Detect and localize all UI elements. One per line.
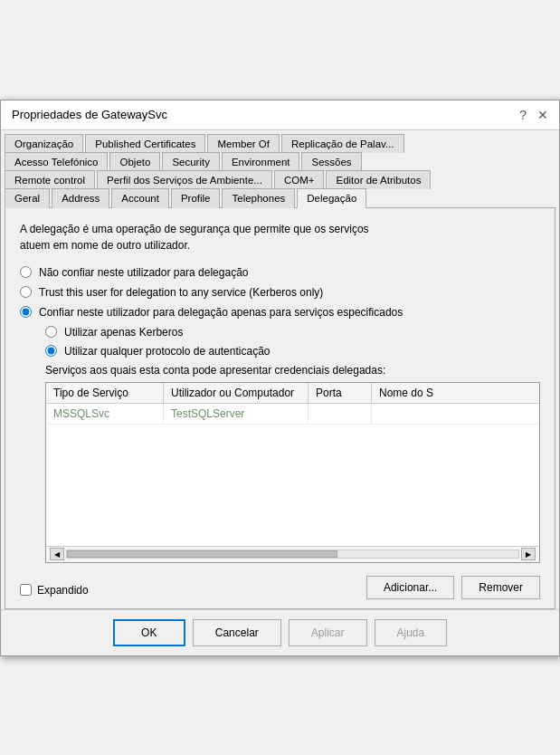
radio-nao-confiar-input[interactable]	[20, 266, 32, 278]
tab-row-2: Acesso Telefónico Objeto Security Enviro…	[5, 152, 555, 170]
tab-remote-control[interactable]: Remote control	[5, 170, 95, 189]
table-body[interactable]: MSSQLSvc TestSQLServer	[46, 404, 539, 546]
radio-kerberos-only-label: Utilizar apenas Kerberos	[64, 326, 183, 339]
th-tipo-servico: Tipo de Serviço	[46, 383, 164, 403]
expandido-label: Expandido	[37, 584, 89, 597]
radio-trust-any[interactable]: Trust this user for delegation to any se…	[20, 286, 540, 299]
table-row[interactable]: MSSQLSvc TestSQLServer	[46, 404, 539, 425]
cancelar-button[interactable]: Cancelar	[193, 619, 281, 646]
tab-row-3: Remote control Perfil dos Serviços de Am…	[5, 170, 555, 188]
radio-nao-confiar-label: Não confiar neste utilizador para delega…	[39, 266, 248, 279]
scroll-thumb[interactable]	[67, 550, 337, 558]
expandido-checkbox[interactable]	[20, 584, 32, 596]
ajuda-button[interactable]: Ajuda	[375, 619, 448, 646]
th-porta: Porta	[308, 383, 372, 403]
action-buttons: Adicionar... Remover	[366, 576, 540, 599]
radio-qualquer-protocolo[interactable]: Utilizar qualquer protocolo de autentica…	[45, 345, 540, 358]
adicionar-button[interactable]: Adicionar...	[366, 576, 454, 599]
radio-confiar-especificados[interactable]: Confiar neste utilizador para delegação …	[20, 306, 540, 319]
aplicar-button[interactable]: Aplicar	[289, 619, 367, 646]
tab-security[interactable]: Security	[162, 152, 220, 171]
radio-nao-confiar[interactable]: Não confiar neste utilizador para delega…	[20, 266, 540, 279]
scroll-track[interactable]	[66, 550, 519, 559]
table-header: Tipo de Serviço Utilizador ou Computador…	[46, 383, 539, 404]
services-table: Tipo de Serviço Utilizador ou Computador…	[45, 382, 540, 563]
th-utilizador: Utilizador ou Computador	[164, 383, 308, 403]
tab-com[interactable]: COM+	[274, 170, 325, 189]
tab-sessoes[interactable]: Sessões	[301, 152, 361, 171]
tab-member-of[interactable]: Member Of	[207, 134, 280, 153]
tab-account[interactable]: Account	[111, 188, 169, 208]
radio-confiar-especificados-label: Confiar neste utilizador para delegação …	[39, 306, 403, 319]
tab-telephones[interactable]: Telephones	[222, 188, 295, 208]
tab-acesso-telefonico[interactable]: Acesso Telefónico	[5, 152, 108, 171]
tab-delegacao[interactable]: Delegação	[297, 188, 366, 208]
horizontal-scrollbar[interactable]: ◀ ▶	[46, 546, 539, 562]
tab-replicacao[interactable]: Replicação de Palav...	[281, 134, 404, 153]
td-service-type: MSSQLSvc	[46, 404, 164, 424]
tab-perfil-servicos[interactable]: Perfil dos Serviços de Ambiente...	[97, 170, 272, 189]
td-name	[372, 404, 539, 424]
radio-trust-any-label: Trust this user for delegation to any se…	[39, 286, 323, 299]
tab-row-4: Geral Address Account Profile Telephones…	[5, 188, 555, 207]
radio-qualquer-protocolo-label: Utilizar qualquer protocolo de autentica…	[64, 345, 270, 358]
content-area: A delegação é uma operação de segurança …	[5, 208, 555, 609]
tab-geral[interactable]: Geral	[5, 188, 50, 208]
footer-buttons: OK Cancelar Aplicar Ajuda	[1, 609, 559, 655]
td-port	[308, 404, 372, 424]
td-computer: TestSQLServer	[164, 404, 308, 424]
tab-published-certificates[interactable]: Published Certificates	[85, 134, 205, 153]
title-bar: Propriedades de GatewaySvc ? ✕	[1, 100, 559, 130]
tab-profile[interactable]: Profile	[171, 188, 221, 208]
services-label: Serviços aos quais esta conta pode apres…	[45, 364, 540, 377]
window-title: Propriedades de GatewaySvc	[12, 108, 167, 121]
tab-rows: Organização Published Certificates Membe…	[5, 134, 555, 208]
th-nome: Nome do S	[372, 383, 539, 403]
close-button[interactable]: ✕	[537, 108, 548, 122]
scroll-left-arrow[interactable]: ◀	[50, 548, 64, 560]
help-button[interactable]: ?	[519, 108, 527, 122]
radio-confiar-especificados-input[interactable]	[20, 306, 32, 318]
main-window: Propriedades de GatewaySvc ? ✕ Organizaç…	[0, 100, 560, 656]
tab-editor-atributos[interactable]: Editor de Atributos	[326, 170, 431, 189]
radio-kerberos-only-input[interactable]	[45, 326, 57, 338]
remover-button[interactable]: Remover	[461, 576, 540, 599]
radio-qualquer-protocolo-input[interactable]	[45, 345, 57, 357]
radio-kerberos-only[interactable]: Utilizar apenas Kerberos	[45, 326, 540, 339]
tab-objeto[interactable]: Objeto	[109, 152, 160, 171]
expandido-checkbox-label[interactable]: Expandido	[20, 584, 89, 597]
radio-trust-any-input[interactable]	[20, 286, 32, 298]
scroll-right-arrow[interactable]: ▶	[521, 548, 536, 560]
tabs-container: Organização Published Certificates Membe…	[1, 130, 559, 208]
tab-environment[interactable]: Environment	[222, 152, 300, 171]
title-controls: ? ✕	[519, 108, 548, 122]
tab-address[interactable]: Address	[52, 188, 109, 208]
tab-organizacao[interactable]: Organização	[5, 134, 83, 153]
description-text: A delegação é uma operação de segurança …	[20, 221, 540, 253]
tab-row-1: Organização Published Certificates Membe…	[5, 134, 555, 152]
ok-button[interactable]: OK	[113, 619, 185, 646]
